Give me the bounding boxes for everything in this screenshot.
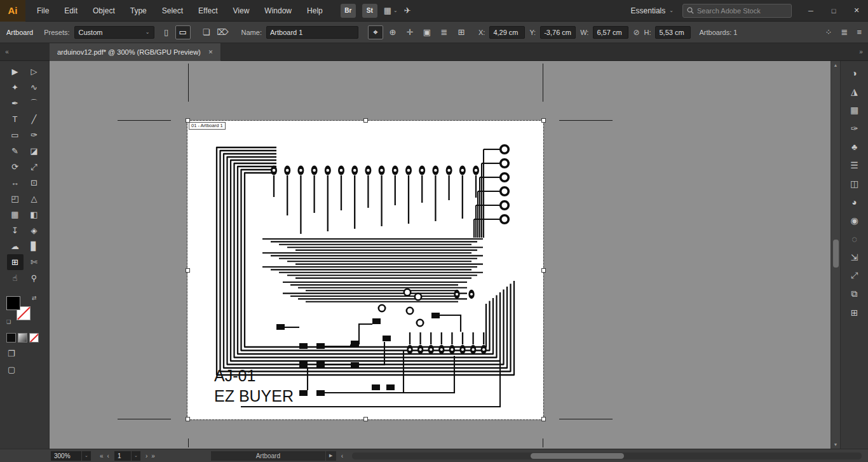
gradient-panel-icon[interactable]: ◫ [841, 174, 868, 193]
curvature-tool[interactable]: ⌒ [26, 95, 43, 111]
menu-item-effect[interactable]: Effect [191, 0, 225, 22]
transparency-panel-icon[interactable]: ◕ [841, 193, 868, 211]
artboard[interactable]: AJ-01 EZ BUYER 01 - Artboard 1 [187, 121, 543, 419]
y-input[interactable] [540, 26, 576, 39]
stock-search[interactable] [682, 4, 792, 18]
constrain-proportions-icon[interactable]: ⊘ [633, 28, 639, 37]
selection-handle[interactable] [541, 118, 546, 123]
lasso-tool[interactable]: ∿ [26, 79, 43, 95]
selection-handle[interactable] [541, 417, 546, 421]
close-button[interactable]: ✕ [845, 0, 868, 22]
mesh-tool[interactable]: ▦ [7, 207, 24, 222]
artboard-name-input[interactable] [266, 26, 358, 39]
h-input[interactable] [655, 26, 691, 39]
menu-item-select[interactable]: Select [154, 0, 191, 22]
x-input[interactable] [489, 26, 525, 39]
magic-wand-tool[interactable]: ✦ [7, 79, 24, 95]
selection-handle[interactable] [186, 118, 190, 123]
scale-tool[interactable]: ⤢ [26, 159, 43, 175]
menu-item-edit[interactable]: Edit [57, 0, 85, 22]
menu-item-view[interactable]: View [226, 0, 257, 22]
minimize-button[interactable]: ─ [799, 0, 822, 22]
flow-options-icon[interactable]: ≣ [841, 27, 848, 37]
status-display-menu-icon[interactable]: ▶ [326, 451, 336, 461]
shape-builder-tool[interactable]: ◰ [7, 191, 24, 207]
free-transform-tool[interactable]: ⊡ [26, 175, 43, 191]
previous-artboard-button[interactable]: ‹ [107, 452, 109, 459]
horizontal-scrollbar[interactable] [352, 452, 862, 459]
landscape-orientation-icon[interactable]: ▭ [175, 25, 191, 39]
last-artboard-button[interactable]: » [151, 452, 155, 459]
show-video-safe-areas-icon[interactable]: ▣ [419, 25, 435, 39]
paintbrush-tool[interactable]: ✑ [26, 127, 43, 143]
show-center-mark-icon[interactable]: ⊕ [385, 25, 400, 39]
slice-tool[interactable]: ✄ [26, 254, 43, 270]
selection-handle[interactable] [186, 268, 190, 273]
workspace-switcher[interactable]: Essentials ⌄ [631, 6, 674, 15]
show-cross-hairs-icon[interactable]: ✛ [402, 25, 417, 39]
zoom-level-dropdown[interactable]: 300% [51, 451, 81, 461]
artboard-number-value[interactable]: 1 [114, 451, 131, 461]
gradient-tool[interactable]: ◧ [26, 207, 43, 222]
share-button[interactable]: ✈ [404, 6, 411, 15]
vertical-scroll-thumb[interactable] [833, 240, 839, 268]
eraser-tool[interactable]: ◪ [26, 143, 43, 159]
brushes-panel-icon[interactable]: ✑ [841, 119, 868, 137]
swap-fill-stroke-icon[interactable]: ⇄ [32, 295, 37, 301]
next-artboard-button[interactable]: › [146, 452, 147, 459]
symbol-sprayer-tool[interactable]: ☁ [7, 238, 24, 254]
menu-item-object[interactable]: Object [85, 0, 123, 22]
direct-selection-tool[interactable]: ▷ [26, 64, 43, 79]
scroll-up-icon[interactable]: ▲ [834, 63, 838, 67]
selection-handle[interactable] [186, 417, 190, 421]
color-guide-panel-icon[interactable]: ◮ [841, 82, 868, 100]
menu-item-type[interactable]: Type [123, 0, 154, 22]
pen-tool[interactable]: ✒ [7, 95, 24, 111]
swatches-panel-icon[interactable]: ▦ [841, 100, 868, 119]
menu-item-window[interactable]: Window [257, 0, 299, 22]
navigator-panel-icon[interactable]: ⤢ [841, 266, 868, 285]
hand-tool[interactable]: ☝ [7, 270, 24, 286]
menu-item-file[interactable]: File [29, 0, 57, 22]
shaper-tool[interactable]: ✎ [7, 143, 24, 159]
scroll-left-icon[interactable]: ‹ [341, 452, 343, 459]
type-tool[interactable]: T [7, 111, 24, 127]
rearrange-artboards-icon[interactable]: ⊞ [454, 25, 469, 39]
screen-mode-icon[interactable]: ▢ [8, 365, 49, 374]
artboard-tool[interactable]: ⊞ [7, 254, 24, 270]
collapse-right-panel-icon[interactable]: » [854, 43, 868, 61]
none-button[interactable] [29, 333, 39, 343]
scroll-down-icon[interactable]: ▼ [834, 442, 838, 447]
blend-tool[interactable]: ◈ [26, 222, 43, 238]
rectangle-tool[interactable]: ▭ [7, 127, 24, 143]
first-artboard-button[interactable]: « [100, 452, 104, 459]
artboards-panel-icon[interactable]: ⊞ [841, 303, 868, 322]
color-button[interactable] [6, 333, 16, 343]
menu-item-help[interactable]: Help [299, 0, 330, 22]
selection-handle[interactable] [541, 268, 546, 273]
drawing-modes-icon[interactable]: ❐ [8, 349, 49, 358]
maximize-button[interactable]: □ [822, 0, 845, 22]
stock-button[interactable]: St [362, 4, 377, 18]
graphic-styles-panel-icon[interactable]: ◌ [841, 229, 868, 248]
close-tab-icon[interactable]: ✕ [208, 49, 214, 55]
panel-menu-icon[interactable]: ≡ [857, 27, 862, 37]
portrait-orientation-icon[interactable]: ▯ [159, 25, 174, 39]
symbols-panel-icon[interactable]: ♣ [841, 137, 868, 156]
rotate-tool[interactable]: ⟳ [7, 159, 24, 175]
column-graph-tool[interactable]: ▊ [26, 238, 43, 254]
eyedropper-tool[interactable]: ↧ [7, 222, 24, 238]
delete-artboard-icon[interactable]: ⌦ [215, 25, 231, 39]
perspective-grid-tool[interactable]: △ [26, 191, 43, 207]
presets-dropdown[interactable]: Custom ⌄ [74, 26, 154, 39]
zoom-tool[interactable]: ⚲ [26, 270, 43, 286]
document-tab[interactable]: arduinov12.pdf* @ 300% (RGB/GPU Preview)… [50, 43, 221, 61]
bridge-button[interactable]: Br [341, 4, 356, 18]
selection-handle[interactable] [363, 417, 368, 421]
default-fill-stroke-icon[interactable]: ❏ [6, 319, 11, 325]
stroke-panel-icon[interactable]: ☰ [841, 156, 868, 174]
arrange-documents-button[interactable]: ▦ ⌄ [384, 6, 398, 15]
dots-grid-icon[interactable]: ⁘ [825, 27, 832, 37]
move-artwork-icon[interactable]: ❏ [199, 25, 214, 39]
selection-tool[interactable]: ▶ [7, 64, 24, 79]
